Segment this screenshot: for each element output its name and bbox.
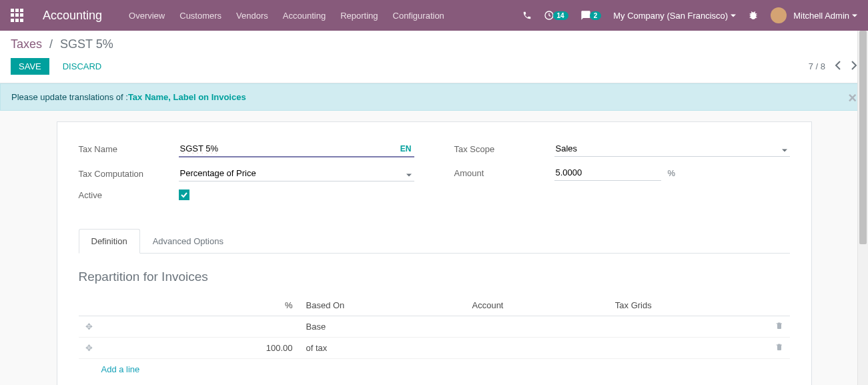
breadcrumb: Taxes / SGST 5% <box>11 37 857 51</box>
col-account: Account <box>466 295 608 316</box>
repartition-table: % Based On Account Tax Grids ✥ Base <box>79 295 790 359</box>
cell-based-on[interactable]: of tax <box>300 338 466 359</box>
control-panel: Taxes / SGST 5% SAVE DISCARD 7 / 8 <box>0 31 868 83</box>
add-line-link[interactable]: Add a line <box>79 359 790 380</box>
trash-icon[interactable] <box>775 322 783 332</box>
breadcrumb-current: SGST 5% <box>60 37 113 51</box>
cell-account[interactable] <box>466 338 608 359</box>
amount-input[interactable] <box>554 165 661 181</box>
cell-tax-grids[interactable] <box>608 316 769 338</box>
cell-tax-grids[interactable] <box>608 338 769 359</box>
col-based-on: Based On <box>300 295 466 316</box>
active-checkbox[interactable] <box>179 189 189 200</box>
menu-reporting[interactable]: Reporting <box>340 11 378 21</box>
table-row[interactable]: ✥ 100.00 of tax <box>79 338 790 359</box>
user-name: Mitchell Admin <box>793 11 849 21</box>
percent-sign: % <box>668 168 676 178</box>
company-name: My Company (San Francisco) <box>613 11 728 21</box>
alert-text: Please update translations of : <box>11 92 128 102</box>
menu-accounting[interactable]: Accounting <box>283 11 326 21</box>
company-switcher[interactable]: My Company (San Francisco) <box>613 11 736 21</box>
menu-customers[interactable]: Customers <box>179 11 222 21</box>
messages-count: 2 <box>590 11 602 20</box>
label-tax-computation: Tax Computation <box>79 169 179 179</box>
label-amount: Amount <box>454 168 554 178</box>
scrollbar[interactable] <box>857 31 868 385</box>
menu-configuration[interactable]: Configuration <box>393 11 444 21</box>
messages-icon[interactable]: 2 <box>580 10 602 21</box>
save-button[interactable]: SAVE <box>11 58 49 75</box>
table-row[interactable]: ✥ Base <box>79 316 790 338</box>
tax-name-input[interactable] <box>179 141 398 156</box>
scroll-thumb[interactable] <box>859 31 867 244</box>
menu-vendors[interactable]: Vendors <box>236 11 268 21</box>
tab-definition[interactable]: Definition <box>79 229 140 254</box>
tab-advanced-options[interactable]: Advanced Options <box>140 229 236 254</box>
form-view: Tax Name EN Tax Computation Active <box>0 111 868 385</box>
tax-computation-select[interactable] <box>179 165 414 181</box>
lang-button[interactable]: EN <box>398 144 414 153</box>
pager-prev[interactable] <box>835 61 841 72</box>
translation-alert: Please update translations of : Tax Name… <box>0 83 868 111</box>
activities-count: 14 <box>553 11 568 20</box>
label-active: Active <box>79 190 179 200</box>
repartition-title: Repartition for Invoices <box>79 270 790 284</box>
drag-handle-icon[interactable]: ✥ <box>85 343 93 353</box>
breadcrumb-parent[interactable]: Taxes <box>11 37 42 51</box>
user-menu[interactable]: Mitchell Admin <box>771 7 857 23</box>
avatar <box>771 7 787 23</box>
discard-button[interactable]: DISCARD <box>55 58 110 75</box>
form-sheet: Tax Name EN Tax Computation Active <box>57 121 812 385</box>
trash-icon[interactable] <box>775 343 783 353</box>
tax-scope-select[interactable] <box>554 141 790 157</box>
phone-icon[interactable] <box>522 11 532 20</box>
label-tax-scope: Tax Scope <box>454 144 554 154</box>
col-percent: % <box>99 295 300 316</box>
cell-percent[interactable]: 100.00 <box>99 338 300 359</box>
pager-text: 7 / 8 <box>809 61 825 71</box>
drag-handle-icon[interactable]: ✥ <box>85 322 93 332</box>
pager: 7 / 8 <box>809 61 857 72</box>
main-menu: Overview Customers Vendors Accounting Re… <box>129 11 444 21</box>
pager-next[interactable] <box>851 61 857 72</box>
label-tax-name: Tax Name <box>79 144 179 154</box>
alert-link[interactable]: Tax Name, Label on Invoices <box>128 92 246 102</box>
systray: 14 2 My Company (San Francisco) Mitchell… <box>522 7 857 23</box>
top-nav: Accounting Overview Customers Vendors Ac… <box>0 0 868 31</box>
alert-close-icon[interactable]: × <box>848 89 857 107</box>
app-brand[interactable]: Accounting <box>43 9 102 23</box>
tabs: Definition Advanced Options <box>79 228 790 254</box>
cell-percent[interactable] <box>99 316 300 338</box>
col-tax-grids: Tax Grids <box>608 295 769 316</box>
cell-based-on[interactable]: Base <box>300 316 466 338</box>
apps-icon[interactable] <box>11 9 24 22</box>
debug-icon[interactable] <box>748 10 759 21</box>
cell-account[interactable] <box>466 316 608 338</box>
menu-overview[interactable]: Overview <box>129 11 165 21</box>
activities-icon[interactable]: 14 <box>544 10 568 21</box>
